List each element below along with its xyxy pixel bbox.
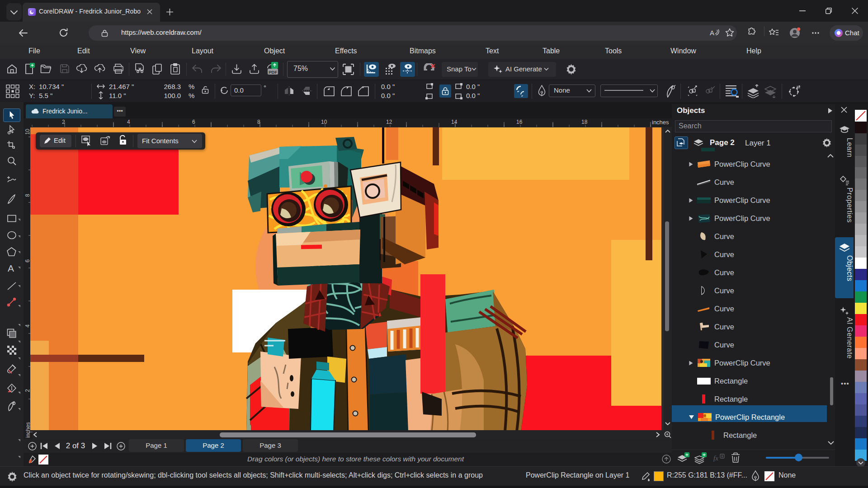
svg-text:4: 4 — [24, 324, 31, 328]
svg-text:14: 14 — [451, 119, 458, 125]
svg-text:8: 8 — [257, 119, 260, 125]
svg-text:12: 12 — [386, 119, 392, 125]
svg-text:PDF: PDF — [269, 70, 277, 75]
svg-text:2: 2 — [62, 119, 65, 125]
svg-text:2: 2 — [24, 389, 31, 392]
svg-text:4: 4 — [127, 119, 130, 125]
svg-text:inches: inches — [652, 119, 669, 126]
svg-text:10: 10 — [321, 119, 327, 125]
svg-text:6: 6 — [192, 119, 195, 125]
svg-text:10: 10 — [24, 129, 31, 135]
svg-text:A: A — [710, 29, 714, 37]
svg-text:18: 18 — [581, 119, 588, 125]
svg-text:6: 6 — [24, 259, 31, 263]
svg-text:fx: fx — [713, 455, 718, 462]
svg-text:8: 8 — [24, 194, 31, 197]
svg-text:16: 16 — [516, 119, 523, 125]
